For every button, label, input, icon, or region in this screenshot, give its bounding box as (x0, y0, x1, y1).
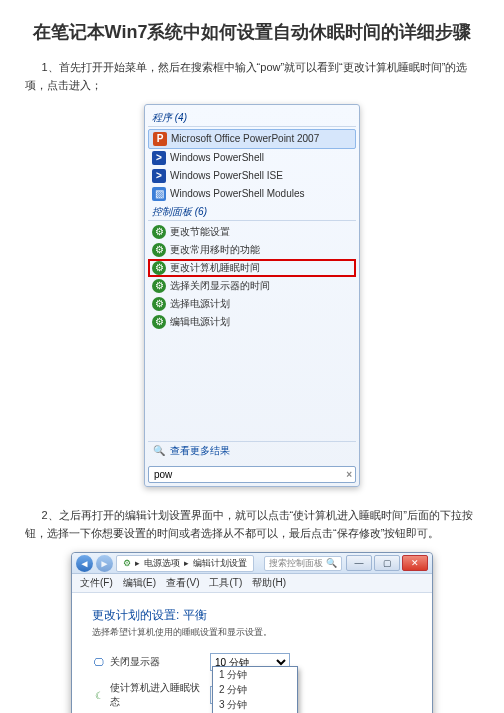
program-label: Microsoft Office PowerPoint 2007 (171, 132, 319, 146)
menu-view[interactable]: 查看(V) (166, 576, 199, 590)
program-item[interactable]: ▧ Windows PowerShell Modules (148, 185, 356, 203)
start-search-box[interactable]: × (148, 466, 356, 483)
powershell-icon: > (152, 169, 166, 183)
display-icon: 🖵 (92, 655, 106, 669)
cpanel-item[interactable]: ⚙ 编辑电源计划 (148, 313, 356, 331)
cpanel-label: 更改计算机睡眠时间 (170, 261, 260, 275)
cpanel-item-highlighted[interactable]: ⚙ 更改计算机睡眠时间 (148, 259, 356, 277)
maximize-button[interactable]: ▢ (374, 555, 400, 571)
section-programs-header: 程序 (4) (148, 109, 356, 127)
dropdown-option[interactable]: 3 分钟 (213, 697, 297, 712)
search-icon: 🔍 (326, 558, 337, 568)
field-label: 使计算机进入睡眠状态 (110, 681, 202, 709)
powershell-icon: > (152, 151, 166, 165)
power-icon: ⚙ (152, 315, 166, 329)
menu-bar: 文件(F) 编辑(E) 查看(V) 工具(T) 帮助(H) (72, 574, 432, 593)
window-controls: — ▢ ✕ (346, 555, 428, 571)
figure-1: 程序 (4) P Microsoft Office PowerPoint 200… (25, 104, 479, 487)
menu-tools[interactable]: 工具(T) (209, 576, 242, 590)
step-text-2: 2、之后再打开的编辑计划设置界面中，就可以点击“使计算机进入睡眠时间”后面的下拉… (25, 507, 479, 542)
nav-back-button[interactable]: ◄ (76, 555, 93, 572)
cpanel-item[interactable]: ⚙ 更改节能设置 (148, 223, 356, 241)
cpanel-label: 编辑电源计划 (170, 315, 230, 329)
window-body: 更改计划的设置: 平衡 选择希望计算机使用的睡眠设置和显示设置。 🖵 关闭显示器… (72, 593, 432, 713)
cpanel-label: 更改常用移时的功能 (170, 243, 260, 257)
field-label: 关闭显示器 (110, 655, 160, 669)
cpanel-item[interactable]: ⚙ 更改常用移时的功能 (148, 241, 356, 259)
cpanel-label: 选择关闭显示器的时间 (170, 279, 270, 293)
start-menu-panel: 程序 (4) P Microsoft Office PowerPoint 200… (144, 104, 360, 487)
page-title: 在笔记本Win7系统中如何设置自动休眠时间的详细步骤 (25, 20, 479, 44)
control-panel-window: ◄ ► ⚙ ▸ 电源选项 ▸ 编辑计划设置 搜索控制面板 🔍 — ▢ (71, 552, 433, 713)
sleep-icon: ☾ (92, 688, 106, 702)
plan-subtitle: 选择希望计算机使用的睡眠设置和显示设置。 (92, 626, 412, 639)
program-item[interactable]: P Microsoft Office PowerPoint 2007 (148, 129, 356, 149)
program-label: Windows PowerShell (170, 151, 264, 165)
power-icon: ⚙ (152, 225, 166, 239)
menu-edit[interactable]: 编辑(E) (123, 576, 156, 590)
program-item[interactable]: > Windows PowerShell ISE (148, 167, 356, 185)
dropdown-option[interactable]: 1 分钟 (213, 667, 297, 682)
menu-file[interactable]: 文件(F) (80, 576, 113, 590)
dropdown-option[interactable]: 2 分钟 (213, 682, 297, 697)
program-label: Windows PowerShell Modules (170, 187, 305, 201)
power-icon: ⚙ (152, 261, 166, 275)
power-icon: ⚙ (152, 243, 166, 257)
nav-forward-button[interactable]: ► (96, 555, 113, 572)
clear-search-icon[interactable]: × (346, 469, 352, 480)
see-more-results[interactable]: 🔍 查看更多结果 (148, 441, 356, 460)
search-more-icon: 🔍 (152, 444, 166, 458)
plan-title: 更改计划的设置: 平衡 (92, 607, 412, 624)
cpanel-label: 更改节能设置 (170, 225, 230, 239)
program-item[interactable]: > Windows PowerShell (148, 149, 356, 167)
window-titlebar: ◄ ► ⚙ ▸ 电源选项 ▸ 编辑计划设置 搜索控制面板 🔍 — ▢ (72, 553, 432, 574)
power-icon: ⚙ (152, 279, 166, 293)
section-cpanel-header: 控制面板 (6) (148, 203, 356, 221)
cpanel-item[interactable]: ⚙ 选择电源计划 (148, 295, 356, 313)
powerpoint-icon: P (153, 132, 167, 146)
program-label: Windows PowerShell ISE (170, 169, 283, 183)
step-text-1: 1、首先打开开始菜单，然后在搜索框中输入“pow”就可以看到“更改计算机睡眠时间… (25, 59, 479, 94)
breadcrumb[interactable]: ⚙ ▸ 电源选项 ▸ 编辑计划设置 (116, 555, 254, 572)
titlebar-search[interactable]: 搜索控制面板 🔍 (264, 556, 342, 571)
sleep-dropdown-open[interactable]: 1 分钟2 分钟3 分钟5 分钟10 分钟15 分钟20 分钟25 分钟30 分… (212, 666, 298, 713)
power-icon: ⚙ (152, 297, 166, 311)
start-search-input[interactable] (152, 468, 346, 481)
power-icon: ⚙ (123, 558, 131, 568)
minimize-button[interactable]: — (346, 555, 372, 571)
cpanel-label: 选择电源计划 (170, 297, 230, 311)
figure-2: ◄ ► ⚙ ▸ 电源选项 ▸ 编辑计划设置 搜索控制面板 🔍 — ▢ (25, 552, 479, 713)
module-icon: ▧ (152, 187, 166, 201)
close-button[interactable]: ✕ (402, 555, 428, 571)
cpanel-item[interactable]: ⚙ 选择关闭显示器的时间 (148, 277, 356, 295)
menu-help[interactable]: 帮助(H) (252, 576, 286, 590)
